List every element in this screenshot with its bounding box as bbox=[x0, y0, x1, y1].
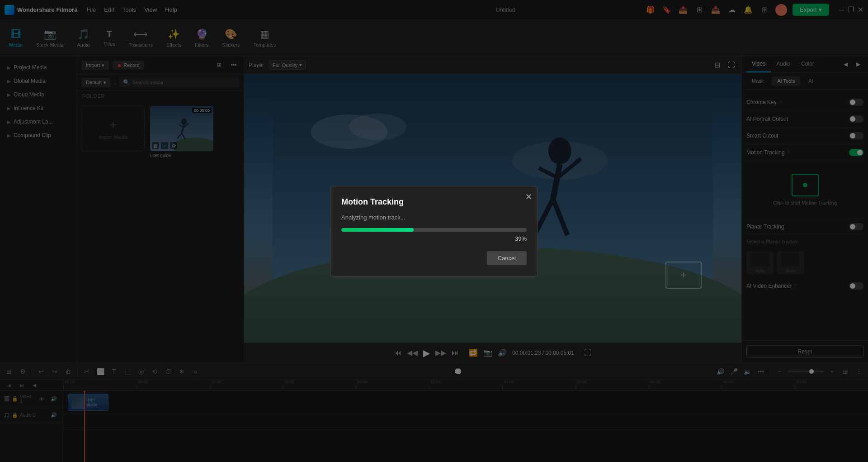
progress-bar-outer bbox=[341, 228, 527, 232]
modal-close-button[interactable]: ✕ bbox=[525, 192, 532, 202]
cancel-button[interactable]: Cancel bbox=[487, 251, 527, 265]
modal-title: Motion Tracking bbox=[341, 197, 527, 207]
modal-subtitle: Analyzing motion track... bbox=[341, 214, 527, 221]
progress-label: 39% bbox=[341, 235, 527, 242]
progress-bar-inner bbox=[341, 228, 414, 232]
motion-tracking-modal: ✕ Motion Tracking Analyzing motion track… bbox=[330, 186, 538, 276]
modal-overlay: ✕ Motion Tracking Analyzing motion track… bbox=[0, 0, 868, 462]
modal-actions: Cancel bbox=[341, 251, 527, 265]
